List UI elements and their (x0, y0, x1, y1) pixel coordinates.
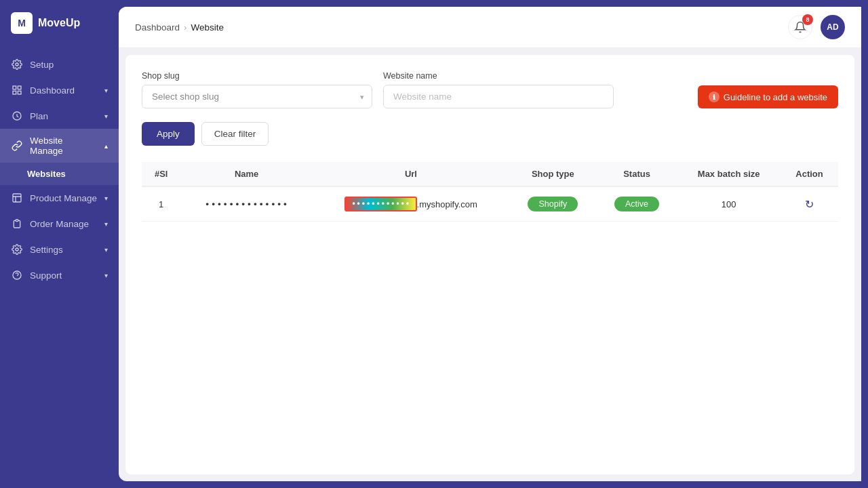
notification-count: 8 (802, 14, 813, 25)
sidebar-item-order-manage[interactable]: Order Manage ▾ (0, 211, 119, 237)
sidebar-item-settings[interactable]: Settings ▾ (0, 237, 119, 262)
url-highlighted: •••••••••••• (344, 197, 417, 211)
sidebar-item-plan[interactable]: Plan ▾ (0, 103, 119, 129)
chevron-down-icon: ▾ (104, 220, 108, 228)
breadcrumb-parent[interactable]: Dashboard (135, 22, 180, 33)
sidebar: M MoveUp Setup Dashboard ▾ (0, 0, 119, 488)
svg-rect-7 (16, 220, 18, 222)
shop-slug-label: Shop slug (142, 71, 372, 81)
col-max-batch-size: Max batch size (677, 162, 781, 186)
shop-type-badge: Shopify (528, 197, 578, 211)
filter-row: Shop slug Select shop slug ▾ Website nam… (142, 71, 838, 108)
sidebar-item-product-manage[interactable]: Product Manage ▾ (0, 185, 119, 211)
dashboard-icon (11, 84, 23, 96)
cell-max-batch-size: 100 (677, 186, 781, 222)
avatar[interactable]: AD (821, 15, 845, 39)
gear-icon (11, 243, 23, 256)
avatar-initials: AD (827, 22, 838, 32)
svg-rect-1 (13, 86, 16, 89)
chevron-down-icon: ▾ (104, 195, 108, 202)
clear-filter-button[interactable]: Clear filter (201, 122, 269, 146)
table-row: 1 •••••••••••••• •••••••••••• .myshopify… (142, 186, 838, 222)
chevron-down-icon: ▾ (104, 272, 108, 279)
sidebar-item-support-label: Support (30, 270, 62, 281)
svg-rect-4 (13, 91, 16, 94)
settings-icon (11, 58, 23, 70)
info-icon: ℹ (709, 92, 719, 102)
svg-rect-2 (18, 86, 21, 89)
cell-shop-type: Shopify (509, 186, 597, 222)
logo-text: MoveUp (38, 17, 80, 29)
chevron-down-icon: ▾ (104, 246, 108, 253)
col-shop-type: Shop type (509, 162, 597, 186)
sidebar-item-support[interactable]: Support ▾ (0, 262, 119, 288)
sidebar-item-plan-label: Plan (30, 111, 48, 121)
sidebar-item-website-manage[interactable]: Website Manage ▴ (0, 129, 119, 163)
table-header-row: #Sl Name Url Shop type Status Max batch … (142, 162, 838, 186)
shop-slug-select-wrapper: Select shop slug ▾ (142, 85, 372, 108)
guideline-button[interactable]: ℹ Guideline to add a website (698, 85, 838, 108)
col-name: Name (180, 162, 313, 186)
chevron-down-icon: ▾ (104, 113, 108, 120)
svg-point-0 (16, 63, 18, 66)
cell-sl: 1 (142, 186, 180, 222)
cell-name: •••••••••••••• (180, 186, 313, 222)
col-action: Action (781, 162, 838, 186)
logo-icon: M (11, 12, 33, 34)
link-icon (11, 140, 23, 152)
support-icon (11, 269, 23, 281)
cell-url: •••••••••••• .myshopify.com (313, 186, 509, 222)
svg-rect-6 (13, 194, 21, 202)
guideline-button-label: Guideline to add a website (724, 92, 827, 102)
website-name-label: Website name (383, 71, 614, 81)
website-name-input[interactable] (383, 85, 614, 108)
shop-slug-select[interactable]: Select shop slug (142, 85, 372, 108)
breadcrumb-current: Website (191, 22, 224, 33)
col-status: Status (597, 162, 677, 186)
sidebar-item-dashboard[interactable]: Dashboard ▾ (0, 77, 119, 103)
col-url: Url (313, 162, 509, 186)
chevron-up-icon: ▴ (104, 142, 108, 150)
product-icon (11, 192, 23, 204)
url-suffix: .myshopify.com (417, 199, 477, 209)
website-name-filter-group: Website name (383, 71, 614, 108)
sync-icon[interactable]: ↻ (805, 199, 814, 210)
svg-point-8 (16, 248, 18, 251)
filter-action-row: Apply Clear filter (142, 122, 838, 146)
main-panel: Dashboard › Website 8 AD Shop slug (119, 7, 861, 481)
shop-slug-filter-group: Shop slug Select shop slug ▾ (142, 71, 372, 108)
sidebar-item-product-manage-label: Product Manage (30, 193, 97, 203)
chevron-down-icon: ▾ (104, 87, 108, 94)
plan-icon (11, 110, 23, 122)
order-icon (11, 218, 23, 230)
notification-bell-button[interactable]: 8 (788, 15, 812, 39)
status-badge: Active (614, 197, 659, 211)
sidebar-item-order-manage-label: Order Manage (30, 219, 89, 229)
sidebar-item-websites[interactable]: Websites (0, 163, 119, 185)
logo[interactable]: M MoveUp (0, 0, 119, 46)
websites-table: #Sl Name Url Shop type Status Max batch … (142, 162, 838, 222)
apply-button[interactable]: Apply (142, 122, 195, 146)
page-content: Shop slug Select shop slug ▾ Website nam… (125, 55, 854, 474)
sidebar-item-setup[interactable]: Setup (0, 52, 119, 77)
sidebar-item-setup-label: Setup (30, 60, 54, 70)
cell-status: Active (597, 186, 677, 222)
page-header: Dashboard › Website 8 AD (119, 7, 861, 48)
sidebar-item-website-manage-label: Website Manage (30, 136, 98, 156)
cell-action: ↻ (781, 186, 838, 222)
header-actions: 8 AD (788, 15, 845, 39)
breadcrumb: Dashboard › Website (135, 22, 224, 33)
col-sl: #Sl (142, 162, 180, 186)
sidebar-item-dashboard-label: Dashboard (30, 85, 75, 96)
sidebar-item-websites-label: Websites (27, 169, 66, 179)
sidebar-nav: Setup Dashboard ▾ Plan ▾ (0, 46, 119, 293)
svg-rect-3 (18, 91, 21, 94)
sidebar-item-settings-label: Settings (30, 245, 63, 255)
breadcrumb-separator: › (184, 22, 187, 33)
